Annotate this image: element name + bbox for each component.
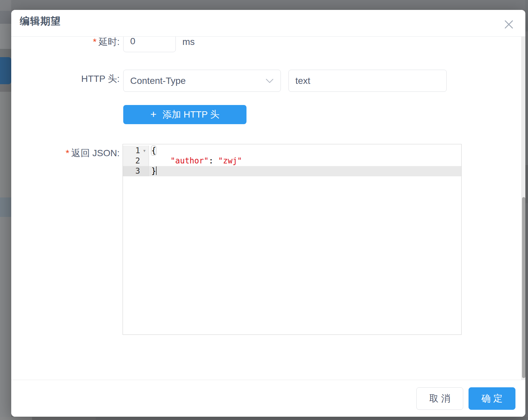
json-key: "author" [170, 156, 209, 165]
line-number: 3 [123, 166, 140, 176]
content-type-select[interactable]: Content-Type [123, 70, 281, 92]
required-mark: * [66, 148, 69, 158]
scrollbar-track[interactable] [521, 37, 525, 380]
edit-expectation-dialog: 编辑期望 *延时: ms HTTP 头: Content-Type + 添加 H… [11, 10, 525, 417]
delay-label-text: 延时: [98, 37, 120, 47]
header-value-input[interactable] [288, 70, 447, 92]
json-separator: : [208, 156, 218, 165]
delay-input[interactable] [123, 37, 176, 52]
background-block [525, 165, 528, 203]
text-cursor [156, 166, 157, 175]
closing-brace: } [151, 166, 156, 176]
dialog-footer: 取 消 确 定 [11, 380, 525, 417]
delay-label: *延时: [11, 37, 120, 49]
code-content: { [149, 146, 461, 156]
gutter-cell: 1 ▾ [123, 146, 149, 156]
background-sidebar-active-item [0, 57, 11, 84]
background-block [0, 11, 11, 24]
fold-spacer [140, 166, 149, 176]
delay-unit: ms [182, 37, 195, 49]
return-json-label-text: 返回 JSON: [71, 148, 120, 158]
background-block [525, 203, 528, 417]
gutter-cell: 2 [123, 156, 149, 166]
plus-icon: + [150, 109, 157, 120]
background-block [0, 0, 11, 11]
background-block [0, 24, 11, 49]
return-json-label: *返回 JSON: [11, 147, 120, 160]
required-mark: * [93, 37, 96, 47]
code-lines: 1 ▾ { 2 "author": "zwj" 3 [123, 144, 461, 176]
dialog-title: 编辑期望 [20, 14, 61, 28]
background-block [96, 417, 528, 420]
add-http-header-button[interactable]: + 添加 HTTP 头 [123, 105, 246, 124]
dialog-header: 编辑期望 [11, 10, 525, 37]
close-icon [504, 19, 514, 29]
code-line-3-active: 3 } [123, 166, 461, 176]
background-block [0, 217, 11, 417]
background-block [0, 92, 11, 197]
fold-spacer [140, 156, 149, 166]
http-header-label: HTTP 头: [11, 72, 120, 86]
line-number: 1 [123, 146, 140, 156]
code-content: } [149, 166, 461, 176]
background-block [32, 417, 96, 420]
code-line-1: 1 ▾ { [123, 146, 461, 156]
cancel-button[interactable]: 取 消 [416, 387, 463, 410]
matching-bracket: { [151, 146, 156, 155]
line-number: 2 [123, 156, 140, 166]
background-block [0, 417, 32, 420]
background-block [0, 49, 11, 57]
background-block [525, 31, 528, 165]
background-block [525, 0, 528, 31]
scrollbar-thumb[interactable] [522, 197, 525, 378]
close-button[interactable] [502, 18, 515, 31]
select-value: Content-Type [130, 76, 265, 86]
dialog-body: *延时: ms HTTP 头: Content-Type + 添加 HTTP 头… [11, 37, 525, 380]
json-code-editor[interactable]: 1 ▾ { 2 "author": "zwj" 3 [123, 144, 462, 335]
background-block [0, 197, 11, 217]
gutter-cell: 3 [123, 166, 149, 176]
chevron-down-icon [265, 78, 274, 84]
code-content: "author": "zwj" [149, 156, 461, 166]
json-value: "zwj" [218, 156, 242, 165]
fold-marker-icon[interactable]: ▾ [140, 146, 149, 156]
code-indent [151, 156, 170, 165]
ok-button[interactable]: 确 定 [469, 387, 515, 410]
background-block [0, 84, 11, 92]
add-http-header-label: 添加 HTTP 头 [163, 108, 219, 121]
code-line-2: 2 "author": "zwj" [123, 156, 461, 166]
